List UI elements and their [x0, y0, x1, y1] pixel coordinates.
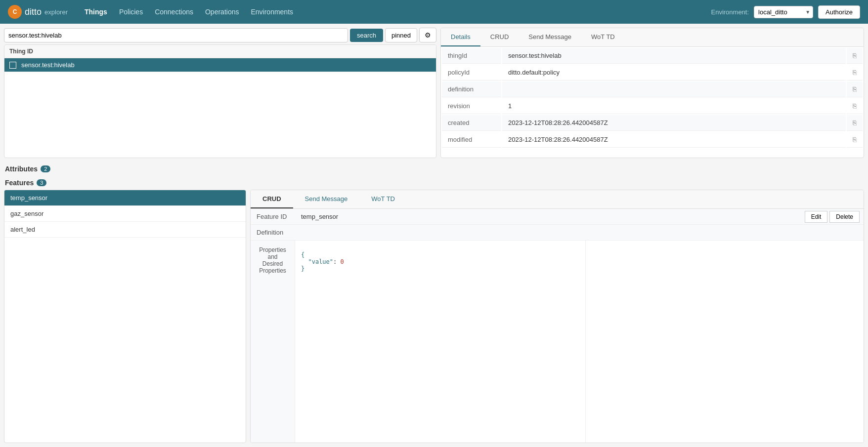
things-table: Thing ID sensor.test:hivelab — [4, 44, 436, 158]
copy-icon-5[interactable]: ⎘ — [853, 119, 857, 126]
detail-row-definition: definition ⎘ — [442, 81, 863, 97]
feature-id-gaz: gaz_sensor — [10, 210, 43, 217]
detail-row-created: created 2023-12-12T08:28:26.442004587Z ⎘ — [442, 115, 863, 131]
feature-item-temp-sensor[interactable]: temp_sensor — [4, 190, 246, 206]
pinned-button[interactable]: pinned — [385, 28, 417, 42]
row-checkbox[interactable] — [9, 62, 16, 69]
things-table-header: Thing ID — [4, 45, 436, 58]
features-section-header[interactable]: Features 3 — [4, 176, 864, 190]
env-select[interactable]: local_ditto — [754, 6, 813, 18]
logo-icon: C — [8, 5, 22, 19]
detail-key-modified: modified — [442, 132, 501, 148]
attributes-section-header[interactable]: Attributes 2 — [4, 162, 864, 176]
nav-connections[interactable]: Connections — [154, 6, 194, 18]
detail-copy-revision[interactable]: ⎘ — [847, 98, 863, 114]
detail-copy-thingid[interactable]: ⎘ — [847, 48, 863, 64]
env-select-wrapper: local_ditto — [754, 6, 813, 18]
right-empty-area — [586, 241, 864, 443]
logo-text: ditto — [25, 7, 42, 17]
feature-id-alert: alert_led — [10, 226, 35, 233]
detail-val-created: 2023-12-12T08:28:26.442004587Z — [502, 115, 846, 131]
crud-tab-wot-td[interactable]: WoT TD — [359, 190, 407, 208]
tab-send-message-details[interactable]: Send Message — [519, 28, 581, 46]
detail-row-policyid: policyId ditto.default:policy ⎘ — [442, 65, 863, 81]
search-button[interactable]: search — [350, 29, 383, 42]
bottom-section: temp_sensor gaz_sensor alert_led CRUD Se… — [0, 190, 868, 447]
detail-key-created: created — [442, 115, 501, 131]
definition-label: Definition — [251, 225, 864, 240]
feature-id-row: Feature ID temp_sensor Edit Delete — [251, 209, 864, 225]
tab-crud-details[interactable]: CRUD — [480, 28, 519, 46]
settings-icon: ⚙ — [425, 31, 431, 39]
main-content: search pinned ⚙ Thing ID sensor.test:hiv… — [0, 24, 868, 447]
detail-row-revision: revision 1 ⎘ — [442, 98, 863, 114]
logo-explorer: explorer — [44, 8, 68, 16]
detail-val-policyid: ditto.default:policy — [502, 65, 846, 81]
detail-key-policyid: policyId — [442, 65, 501, 81]
feature-id-display: temp_sensor — [295, 209, 805, 224]
features-badge: 3 — [37, 179, 46, 186]
detail-val-modified: 2023-12-12T08:28:26.442004587Z — [502, 132, 846, 148]
detail-copy-created[interactable]: ⎘ — [847, 115, 863, 131]
definition-row: Definition — [251, 225, 864, 241]
detail-val-definition — [502, 81, 846, 97]
table-row[interactable]: sensor.test:hivelab — [4, 58, 436, 72]
edit-button[interactable]: Edit — [805, 211, 828, 223]
detail-key-thingid: thingId — [442, 48, 501, 64]
copy-icon-2[interactable]: ⎘ — [853, 69, 857, 76]
top-section: search pinned ⚙ Thing ID sensor.test:hiv… — [0, 24, 868, 162]
detail-row-modified: modified 2023-12-12T08:28:26.442004587Z … — [442, 132, 863, 148]
definition-content: PropertiesandDesiredProperties { "value"… — [251, 241, 864, 443]
nav-things[interactable]: Things — [84, 6, 108, 18]
detail-copy-policyid[interactable]: ⎘ — [847, 65, 863, 81]
left-panel: search pinned ⚙ Thing ID sensor.test:hiv… — [4, 28, 436, 158]
env-label: Environment: — [711, 8, 749, 16]
app-header: C ditto explorer Things Policies Connect… — [0, 0, 868, 24]
logo-initial: C — [13, 8, 17, 15]
crud-content: Feature ID temp_sensor Edit Delete Defin… — [251, 209, 864, 443]
feature-item-alert-led[interactable]: alert_led — [4, 222, 246, 238]
settings-button[interactable]: ⚙ — [419, 28, 436, 42]
detail-key-definition: definition — [442, 81, 501, 97]
detail-val-revision: 1 — [502, 98, 846, 114]
detail-val-thingid: sensor.test:hivelab — [502, 48, 846, 64]
copy-icon-6[interactable]: ⎘ — [853, 136, 857, 143]
header-right: Environment: local_ditto Authorize — [711, 5, 860, 19]
details-tabs: Details CRUD Send Message WoT TD — [441, 28, 864, 47]
crud-tab-send-message[interactable]: Send Message — [293, 190, 360, 208]
json-editor[interactable]: { "value": 0 } — [295, 241, 586, 443]
nav-operations[interactable]: Operations — [204, 6, 240, 18]
properties-label: PropertiesandDesiredProperties — [251, 241, 295, 443]
feature-id-label: Feature ID — [251, 209, 295, 224]
crud-tabs: CRUD Send Message WoT TD — [251, 190, 864, 209]
details-table: thingId sensor.test:hivelab ⎘ policyId d… — [441, 47, 864, 149]
search-bar: search pinned ⚙ — [4, 28, 436, 42]
detail-row-thingid: thingId sensor.test:hivelab ⎘ — [442, 48, 863, 64]
detail-key-revision: revision — [442, 98, 501, 114]
attributes-badge: 2 — [41, 165, 50, 172]
middle-section: Attributes 2 Features 3 — [0, 162, 868, 190]
copy-icon-3[interactable]: ⎘ — [853, 85, 857, 93]
feature-id-temp: temp_sensor — [10, 194, 47, 202]
features-label: Features — [5, 179, 34, 187]
copy-icon[interactable]: ⎘ — [853, 52, 857, 59]
nav-policies[interactable]: Policies — [118, 6, 144, 18]
feature-item-gaz-sensor[interactable]: gaz_sensor — [4, 206, 246, 222]
search-input[interactable] — [4, 28, 348, 42]
detail-copy-modified[interactable]: ⎘ — [847, 132, 863, 148]
copy-icon-4[interactable]: ⎘ — [853, 102, 857, 110]
details-panel: Details CRUD Send Message WoT TD thingId… — [440, 28, 864, 158]
tab-wot-td-details[interactable]: WoT TD — [581, 28, 625, 46]
detail-copy-definition[interactable]: ⎘ — [847, 81, 863, 97]
properties-text: PropertiesandDesiredProperties — [259, 246, 286, 274]
tab-details[interactable]: Details — [441, 28, 480, 46]
main-nav: Things Policies Connections Operations E… — [84, 6, 294, 18]
thing-id-value: sensor.test:hivelab — [21, 61, 75, 69]
nav-environments[interactable]: Environments — [250, 6, 294, 18]
logo-area: C ditto explorer — [8, 5, 68, 19]
crud-tab-crud[interactable]: CRUD — [251, 190, 293, 208]
crud-panel: CRUD Send Message WoT TD Feature ID temp… — [250, 190, 864, 443]
attributes-label: Attributes — [5, 165, 38, 173]
delete-button[interactable]: Delete — [829, 211, 860, 223]
authorize-button[interactable]: Authorize — [818, 5, 860, 19]
